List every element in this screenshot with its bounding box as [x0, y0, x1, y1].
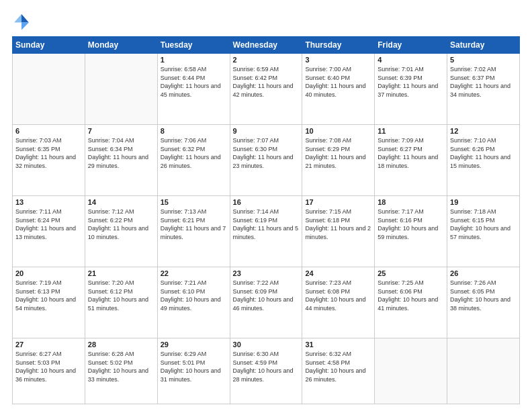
day-number: 29 [161, 340, 227, 349]
day-number: 31 [305, 340, 371, 349]
day-info: Sunrise: 7:10 AM Sunset: 6:26 PM Dayligh… [450, 136, 517, 170]
day-number: 30 [233, 340, 300, 349]
day-number: 26 [450, 269, 517, 277]
weekday-header-tuesday: Tuesday [157, 37, 230, 54]
calendar-cell: 12Sunrise: 7:10 AM Sunset: 6:26 PM Dayli… [447, 125, 520, 196]
calendar-cell: 13Sunrise: 7:11 AM Sunset: 6:24 PM Dayli… [13, 196, 85, 267]
svg-marker-0 [21, 14, 29, 22]
calendar-cell: 27Sunrise: 6:27 AM Sunset: 5:03 PM Dayli… [13, 338, 85, 404]
day-info: Sunrise: 7:02 AM Sunset: 6:37 PM Dayligh… [450, 65, 517, 99]
day-number: 23 [233, 269, 300, 277]
calendar-week-4: 20Sunrise: 7:19 AM Sunset: 6:13 PM Dayli… [13, 267, 520, 338]
logo [12, 12, 34, 31]
calendar-cell: 5Sunrise: 7:02 AM Sunset: 6:37 PM Daylig… [447, 54, 520, 125]
day-info: Sunrise: 7:25 AM Sunset: 6:06 PM Dayligh… [378, 279, 444, 312]
calendar-week-2: 6Sunrise: 7:03 AM Sunset: 6:35 PM Daylig… [13, 125, 520, 196]
calendar-cell: 1Sunrise: 6:58 AM Sunset: 6:44 PM Daylig… [157, 54, 230, 125]
day-number: 22 [161, 269, 227, 277]
day-info: Sunrise: 7:11 AM Sunset: 6:24 PM Dayligh… [15, 208, 82, 241]
day-info: Sunrise: 7:23 AM Sunset: 6:08 PM Dayligh… [305, 279, 371, 312]
day-number: 9 [233, 127, 300, 135]
day-number: 10 [305, 127, 371, 135]
calendar-cell: 4Sunrise: 7:01 AM Sunset: 6:39 PM Daylig… [375, 54, 447, 125]
day-info: Sunrise: 7:17 AM Sunset: 6:16 PM Dayligh… [378, 208, 444, 241]
day-info: Sunrise: 7:15 AM Sunset: 6:18 PM Dayligh… [305, 208, 371, 241]
calendar-cell: 3Sunrise: 7:00 AM Sunset: 6:40 PM Daylig… [302, 54, 375, 125]
calendar-cell: 21Sunrise: 7:20 AM Sunset: 6:12 PM Dayli… [85, 267, 157, 338]
calendar-cell: 29Sunrise: 6:29 AM Sunset: 5:01 PM Dayli… [157, 338, 230, 404]
day-number: 2 [233, 56, 300, 64]
day-info: Sunrise: 7:01 AM Sunset: 6:39 PM Dayligh… [378, 65, 444, 99]
day-number: 20 [15, 269, 82, 277]
calendar-cell [447, 338, 520, 404]
logo-icon [12, 12, 31, 31]
day-number: 13 [15, 198, 82, 206]
day-info: Sunrise: 7:26 AM Sunset: 6:05 PM Dayligh… [450, 279, 517, 312]
calendar-cell: 9Sunrise: 7:07 AM Sunset: 6:30 PM Daylig… [230, 125, 302, 196]
calendar-cell: 11Sunrise: 7:09 AM Sunset: 6:27 PM Dayli… [375, 125, 447, 196]
day-info: Sunrise: 7:13 AM Sunset: 6:21 PM Dayligh… [161, 208, 227, 241]
calendar-cell: 26Sunrise: 7:26 AM Sunset: 6:05 PM Dayli… [447, 267, 520, 338]
calendar-cell: 16Sunrise: 7:14 AM Sunset: 6:19 PM Dayli… [230, 196, 302, 267]
day-info: Sunrise: 7:19 AM Sunset: 6:13 PM Dayligh… [15, 279, 82, 312]
day-info: Sunrise: 7:22 AM Sunset: 6:09 PM Dayligh… [233, 279, 300, 312]
day-info: Sunrise: 7:18 AM Sunset: 6:15 PM Dayligh… [450, 208, 517, 241]
weekday-header-thursday: Thursday [302, 37, 375, 54]
calendar-cell: 8Sunrise: 7:06 AM Sunset: 6:32 PM Daylig… [157, 125, 230, 196]
day-info: Sunrise: 7:00 AM Sunset: 6:40 PM Dayligh… [305, 65, 371, 99]
day-number: 18 [378, 198, 444, 206]
calendar-cell [85, 54, 157, 125]
weekday-header-monday: Monday [85, 37, 157, 54]
weekday-header-sunday: Sunday [13, 37, 85, 54]
calendar-cell: 14Sunrise: 7:12 AM Sunset: 6:22 PM Dayli… [85, 196, 157, 267]
calendar-cell [375, 338, 447, 404]
day-info: Sunrise: 7:07 AM Sunset: 6:30 PM Dayligh… [233, 136, 300, 170]
day-number: 15 [161, 198, 227, 206]
day-number: 7 [88, 127, 154, 135]
calendar-week-1: 1Sunrise: 6:58 AM Sunset: 6:44 PM Daylig… [13, 54, 520, 125]
header [12, 12, 520, 31]
calendar-cell: 19Sunrise: 7:18 AM Sunset: 6:15 PM Dayli… [447, 196, 520, 267]
day-number: 5 [450, 56, 517, 64]
day-info: Sunrise: 6:28 AM Sunset: 5:02 PM Dayligh… [88, 350, 154, 383]
day-number: 6 [15, 127, 82, 135]
day-info: Sunrise: 6:58 AM Sunset: 6:44 PM Dayligh… [161, 65, 227, 99]
svg-marker-2 [14, 14, 21, 22]
day-number: 8 [161, 127, 227, 135]
day-info: Sunrise: 7:14 AM Sunset: 6:19 PM Dayligh… [233, 208, 300, 241]
day-number: 4 [378, 56, 444, 64]
day-info: Sunrise: 7:20 AM Sunset: 6:12 PM Dayligh… [88, 279, 154, 312]
svg-marker-1 [21, 23, 29, 30]
day-number: 3 [305, 56, 371, 64]
calendar-cell: 22Sunrise: 7:21 AM Sunset: 6:10 PM Dayli… [157, 267, 230, 338]
calendar-cell: 20Sunrise: 7:19 AM Sunset: 6:13 PM Dayli… [13, 267, 85, 338]
calendar-cell: 7Sunrise: 7:04 AM Sunset: 6:34 PM Daylig… [85, 125, 157, 196]
calendar-week-5: 27Sunrise: 6:27 AM Sunset: 5:03 PM Dayli… [13, 338, 520, 404]
calendar-cell: 15Sunrise: 7:13 AM Sunset: 6:21 PM Dayli… [157, 196, 230, 267]
day-number: 17 [305, 198, 371, 206]
calendar-cell: 2Sunrise: 6:59 AM Sunset: 6:42 PM Daylig… [230, 54, 302, 125]
calendar-cell: 6Sunrise: 7:03 AM Sunset: 6:35 PM Daylig… [13, 125, 85, 196]
calendar-cell: 30Sunrise: 6:30 AM Sunset: 4:59 PM Dayli… [230, 338, 302, 404]
calendar-table: SundayMondayTuesdayWednesdayThursdayFrid… [12, 36, 520, 404]
day-info: Sunrise: 7:03 AM Sunset: 6:35 PM Dayligh… [15, 136, 82, 170]
day-info: Sunrise: 7:08 AM Sunset: 6:29 PM Dayligh… [305, 136, 371, 170]
calendar-week-3: 13Sunrise: 7:11 AM Sunset: 6:24 PM Dayli… [13, 196, 520, 267]
calendar-cell [13, 54, 85, 125]
calendar-cell: 23Sunrise: 7:22 AM Sunset: 6:09 PM Dayli… [230, 267, 302, 338]
calendar-cell: 24Sunrise: 7:23 AM Sunset: 6:08 PM Dayli… [302, 267, 375, 338]
day-number: 11 [378, 127, 444, 135]
day-info: Sunrise: 7:06 AM Sunset: 6:32 PM Dayligh… [161, 136, 227, 170]
day-info: Sunrise: 6:30 AM Sunset: 4:59 PM Dayligh… [233, 350, 300, 383]
weekday-header-wednesday: Wednesday [230, 37, 302, 54]
calendar-cell: 10Sunrise: 7:08 AM Sunset: 6:29 PM Dayli… [302, 125, 375, 196]
day-info: Sunrise: 6:29 AM Sunset: 5:01 PM Dayligh… [161, 350, 227, 383]
calendar-cell: 17Sunrise: 7:15 AM Sunset: 6:18 PM Dayli… [302, 196, 375, 267]
day-number: 12 [450, 127, 517, 135]
calendar-cell: 28Sunrise: 6:28 AM Sunset: 5:02 PM Dayli… [85, 338, 157, 404]
day-number: 28 [88, 340, 154, 349]
calendar-cell: 18Sunrise: 7:17 AM Sunset: 6:16 PM Dayli… [375, 196, 447, 267]
day-info: Sunrise: 7:04 AM Sunset: 6:34 PM Dayligh… [88, 136, 154, 170]
weekday-header-saturday: Saturday [447, 37, 520, 54]
day-number: 27 [15, 340, 82, 349]
